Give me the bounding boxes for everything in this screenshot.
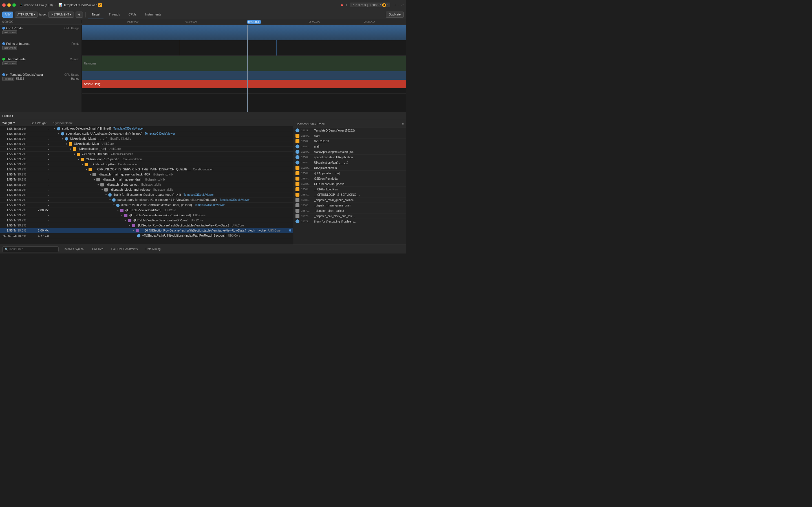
col-header-symbol[interactable]: Symbol Name: [51, 120, 293, 126]
col-header-self[interactable]: Self Weight: [29, 120, 51, 126]
table-row[interactable]: 1.55 Tc 99.7% - ▾ thunk for @escaping @c…: [0, 192, 293, 198]
stack-item[interactable]: 15584... 0x1028f1f9f: [293, 138, 406, 144]
tree-chevron[interactable]: ▾: [113, 204, 115, 207]
any-button[interactable]: ANY: [2, 11, 13, 18]
stack-item[interactable]: 15579... thunk for @escaping @callee_g..…: [293, 219, 406, 224]
table-row[interactable]: 1.55 Tc 99.7% - ▾ -[UITableViewRowData n…: [0, 218, 293, 223]
tree-chevron[interactable]: ▾: [125, 219, 126, 222]
cell-weight: 1.55 Tc 99.7%: [0, 182, 29, 187]
stack-item[interactable]: 15580... _dispatch_main_queue_callbac...: [293, 198, 406, 203]
stack-item[interactable]: 15579... _dispatch_client_callout: [293, 208, 406, 214]
instrument-info-app: ▶ TemplateOfDealsViewer CPU Usage Proces…: [0, 71, 82, 94]
table-row[interactable]: 1.55 Tc 99.7% - ▾ _dispatch_block_and_re…: [0, 187, 293, 192]
table-row[interactable]: 1.55 Tc 99.7% - ▾ __CFRUNLOOP_IS_SERVICI…: [0, 167, 293, 172]
table-row[interactable]: 1.55 Tc 99.7% - ▾ _dispatch_main_queue_c…: [0, 172, 293, 177]
stack-item[interactable]: 15584... -[UIApplication _run]: [293, 171, 406, 176]
duplicate-button[interactable]: Duplicate: [386, 11, 404, 18]
tree-chevron[interactable]: ▾: [133, 229, 135, 232]
stack-item[interactable]: 15579... _dispatch_call_block_and_rele..…: [293, 214, 406, 219]
symbol-text: _dispatch_main_queue_callback_4CF: [98, 173, 150, 176]
info-icon[interactable]: ℹ: [388, 3, 389, 7]
stack-item[interactable]: 15584... specialized static UIApplicatio…: [293, 155, 406, 160]
pause-icon[interactable]: ⏸: [345, 3, 348, 7]
attribute-button[interactable]: ATTRIBUTE ▾: [15, 11, 38, 18]
tree-chevron[interactable]: ▾: [98, 183, 99, 186]
tree-chevron[interactable]: ▾: [62, 137, 63, 140]
table-row[interactable]: 1.55 Tc 99.7% - ▾ -[UITableView noteNumb…: [0, 213, 293, 218]
stack-item[interactable]: 15580... _dispatch_main_queue_drain: [293, 203, 406, 208]
stack-item[interactable]: 15584... CFRunLoopRunSpecific: [293, 181, 406, 187]
table-row[interactable]: 1.55 Tc 99.7% - ▾ -[UIApplication _run] …: [0, 147, 293, 152]
table-row[interactable]: 1.55 Tc 99.7% - ▾ specialized static UIA…: [0, 131, 293, 136]
profile-title[interactable]: Profile ▾: [2, 114, 13, 118]
tree-chevron[interactable]: ▾: [117, 209, 119, 212]
tree-chevron[interactable]: ▾: [70, 148, 71, 151]
cell-self: -: [29, 223, 51, 228]
symbol-icon: [136, 229, 139, 232]
col-header-weight[interactable]: Weight ▾: [0, 120, 29, 126]
table-row[interactable]: 1.55 Tc 99.6% 2.00 Mc ▾ __66-[UISectionR…: [0, 228, 293, 233]
table-row[interactable]: 1.55 Tc 99.7% - ▾ UIApplicationMain(_:_:…: [0, 136, 293, 142]
table-row[interactable]: 1.55 Tc 99.7% - ▾ -[UISectionRowData ref…: [0, 223, 293, 228]
fullscreen-button[interactable]: [12, 3, 16, 7]
stack-item[interactable]: 15584... UIApplicationMain: [293, 165, 406, 171]
instrument-button[interactable]: INSTRUMENT ▾: [48, 11, 74, 18]
tab-instruments[interactable]: Instruments: [142, 10, 165, 19]
tab-call-tree[interactable]: Call Tree: [89, 247, 106, 251]
filter-button[interactable]: ⊕: [75, 11, 83, 18]
tab-data-mining[interactable]: Data Mining: [143, 247, 163, 251]
tree-chevron[interactable]: ▾: [78, 158, 79, 161]
tab-involves-symbol[interactable]: Involves Symbol: [61, 247, 87, 251]
tree-chevron[interactable]: ▾: [101, 188, 103, 191]
stack-item[interactable]: 15621... TemplateOfDealsViewer (55232): [293, 128, 406, 133]
tree-chevron[interactable]: ▾: [74, 153, 75, 156]
table-row[interactable]: 1.55 Tc 99.7% - ▾ closure #1 in ViewCont…: [0, 203, 293, 208]
input-filter-container[interactable]: 🔍 Input Filter: [2, 246, 59, 252]
stack-item[interactable]: 15584... start: [293, 133, 406, 138]
tab-target[interactable]: Target: [88, 10, 104, 19]
tree-chevron[interactable]: ▾: [86, 168, 87, 171]
stack-item[interactable]: 15584... static AppDelegate.$main() [inl…: [293, 149, 406, 155]
minus-icon[interactable]: −: [398, 3, 400, 7]
table-row[interactable]: 769.97 Gc 49.4% 6.77 Gc +[NSIndexPath(UI…: [0, 233, 293, 238]
tree-chevron[interactable]: ▾: [121, 214, 123, 217]
table-row[interactable]: 1.55 Tc 99.7% - ▾ __CFRunLoopRun CoreFou…: [0, 162, 293, 167]
tree-chevron[interactable]: ▾: [90, 173, 91, 176]
stack-item[interactable]: 15584... main: [293, 144, 406, 149]
tab-threads[interactable]: Threads: [105, 10, 123, 19]
tree-chevron[interactable]: ▾: [129, 224, 131, 227]
plus-icon[interactable]: +: [394, 3, 396, 7]
stack-name: _dispatch_call_block_and_rele...: [314, 215, 404, 218]
weight-val: 1.55 Tc: [6, 168, 16, 171]
table-row[interactable]: 1.55 Tc 99.7% - ▾ partial apply for clos…: [0, 198, 293, 203]
cell-symbol: ▾ __CFRUNLOOP_IS_SERVICING_THE_MAIN_DISP…: [51, 167, 293, 172]
cell-symbol: ▾ -[UISectionRowData refreshSection:tabl…: [51, 223, 293, 228]
tree-chevron[interactable]: ▾: [105, 193, 107, 196]
table-row[interactable]: 1.55 Tc 99.7% - ▾ _dispatch_client_callo…: [0, 182, 293, 187]
tree-chevron[interactable]: ▾: [58, 132, 59, 135]
stack-item[interactable]: 15584... UIApplicationMain(_:_:_:_:): [293, 160, 406, 165]
tab-call-tree-constraints[interactable]: Call Tree Constraints: [109, 247, 140, 251]
tree-chevron[interactable]: ▾: [66, 143, 67, 145]
minimize-button[interactable]: [7, 3, 11, 7]
close-button[interactable]: [2, 3, 6, 7]
cell-weight: 1.55 Tc 99.7%: [0, 147, 29, 152]
tree-chevron[interactable]: ▾: [54, 127, 56, 130]
stack-item[interactable]: 15584... __CFRunLoopRun: [293, 187, 406, 192]
table-row[interactable]: 1.55 Tc 99.7% - ▾ UIApplicationMain UIKi…: [0, 142, 293, 147]
expand-icon[interactable]: ⤢: [401, 3, 404, 7]
stack-item[interactable]: 15580... __CFRUNLOOP_IS_SERVICING_...: [293, 192, 406, 198]
table-row[interactable]: 1.55 Tc 99.7% - ▾ _dispatch_main_queue_d…: [0, 177, 293, 182]
tree-chevron[interactable]: ▾: [82, 163, 83, 166]
call-tree-panel[interactable]: Weight ▾ Self Weight Symbol Name 1.55 Tc: [0, 120, 293, 244]
table-row[interactable]: 1.55 Tc 99.7% - ▾ static AppDelegate.$ma…: [0, 126, 293, 131]
tree-chevron[interactable]: ▾: [94, 178, 95, 181]
table-row[interactable]: 1.55 Tc 99.7% - ▾ GSEventRunModal Graphi…: [0, 152, 293, 157]
table-row[interactable]: 1.55 Tc 99.7% 2.00 Mc ▾ -[UITableView re…: [0, 208, 293, 213]
stop-icon[interactable]: ●: [341, 3, 343, 8]
table-row[interactable]: 1.55 Tc 99.7% - ▾ CFRunLoopRunSpecific C…: [0, 157, 293, 162]
app-chevron[interactable]: ▶: [6, 73, 8, 76]
tree-chevron[interactable]: ▾: [109, 199, 111, 202]
tab-cpus[interactable]: CPUs: [125, 10, 140, 19]
stack-item[interactable]: 15584... GSEventRunModal: [293, 176, 406, 181]
